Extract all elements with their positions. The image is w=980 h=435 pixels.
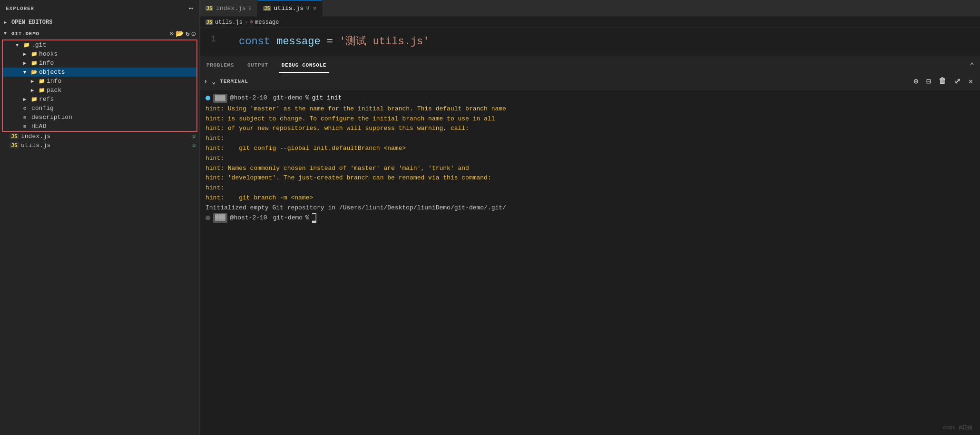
hint-line-1: hint: Using 'master' as the name for the… [206,104,974,114]
tree-item-info[interactable]: ▶ 📁 info [3,59,196,68]
tree-item-utils-js[interactable]: JS utils.js U [0,141,199,150]
terminal-ctrl-icon-split[interactable]: ⊟ [923,76,934,87]
new-folder-icon[interactable]: 📂 [176,30,184,38]
tab-output[interactable]: OUTPUT [245,59,271,73]
hint-line-10: hint: git branch -m <name> [206,193,974,203]
tree-item-hooks[interactable]: ▶ 📁 hooks [3,49,196,59]
breadcrumb: JS utils.js › ⊙ message [200,17,980,28]
desc-icon-head: ≡ [20,124,29,129]
file-tree: ▼ 📁 .git ▶ 📁 hooks ▶ 📁 info ▼ 📂 objects [0,40,199,435]
tree-label-utils-js: utils.js [21,142,192,149]
collapse-icon[interactable]: ◶ [192,30,196,38]
prompt-dot-1 [206,96,210,100]
editor-area: JS index.js U JS utils.js U ✕ JS utils.j… [200,0,980,435]
hint-line-3: hint: of your new repositories, which wi… [206,124,974,134]
terminal-area: › ⌄ TERMINAL ⊕ ⊟ 🗑 ⤢ ✕ ▓▓▓ @host-2-10 gi… [200,74,980,435]
prompt-host-1: @host-2-10 [230,93,267,103]
terminal-expand-icon: ⌄ [212,78,216,86]
initialized-line: Initialized empty Git repository in /Use… [206,203,974,213]
tree-badge-index-js: U [192,134,196,139]
tab-close-utils-js[interactable]: ✕ [313,5,316,12]
tab-problems[interactable]: PROBLEMS [204,59,237,73]
prompt-host-2: @host-2-10 [230,213,267,223]
git-demo-label: GIT-DEMO [11,31,39,37]
code-area: 1 const message = '测试 utils.js' [200,28,980,57]
tree-badge-utils-js: U [192,143,196,148]
folder-chevron-refs: ▶ [20,96,29,102]
hint-line-4: hint: [206,134,974,144]
breadcrumb-js-icon: JS [206,20,213,25]
git-demo-chevron: ▼ [4,31,11,36]
terminal-ctrl-icon-close[interactable]: ✕ [966,76,976,87]
breadcrumb-sep: › [245,19,248,26]
open-editors-chevron: ▶ [4,20,11,25]
hint-line-6: hint: [206,154,974,164]
hint-line-2: hint: is subject to change. To configure… [206,114,974,124]
open-editors-section[interactable]: ▶ OPEN EDITORS [0,17,199,28]
terminal-prompt-line-2: ▓▓▓ @host-2-10 git-demo % █ [206,213,974,223]
tab-debug-console[interactable]: DEBUG CONSOLE [279,59,329,73]
folder-chevron-objects-pack: ▶ [28,87,37,93]
code-line-1: const message = '测试 utils.js' [224,32,429,53]
git-folder-box: ▼ 📁 .git ▶ 📁 hooks ▶ 📁 info ▼ 📂 objects [2,40,197,132]
tree-item-config[interactable]: ⚙ config [3,104,196,113]
cursor-block: █ [312,213,316,223]
folder-icon-objects-pack: 📁 [37,87,47,93]
tab-label-utils-js: utils.js [274,5,304,12]
panel-expand-icon[interactable]: ⌃ [968,60,976,71]
tab-badge-utils-js: U [306,6,309,11]
breadcrumb-symbol: message [255,19,279,26]
tree-label-objects-info: info [47,78,196,85]
tree-label-index-js: index.js [21,133,192,140]
prompt-percent-2: % [305,213,309,223]
refresh-icon[interactable]: ↻ [186,30,189,38]
tab-badge-index-js: U [248,6,251,11]
tree-item-description[interactable]: ≡ description [3,113,196,122]
folder-icon-objects-info: 📁 [37,78,47,84]
tree-item-objects[interactable]: ▼ 📂 objects [3,68,196,77]
tree-item-head[interactable]: ≡ HEAD [3,122,196,131]
tree-item-refs[interactable]: ▶ 📁 refs [3,95,196,104]
sidebar: EXPLORER ⋯ ▶ OPEN EDITORS ▼ GIT-DEMO ⎋ 📂… [0,0,200,435]
tab-label-index-js: index.js [216,5,245,12]
sidebar-header: EXPLORER ⋯ [0,0,199,17]
hint-line-7: hint: Names commonly chosen instead of '… [206,164,974,174]
prompt-percent-1: % [305,93,309,103]
code-const: const [239,36,270,48]
terminal-ctrl-icon-maximize[interactable]: ⤢ [951,76,964,87]
prompt-dir-2: git-demo [273,213,303,223]
js-tab-icon-index: JS [206,6,213,11]
terminal-prompt-line-1: ▓▓▓ @host-2-10 git-demo % git init [206,93,974,103]
folder-chevron-git: ▼ [12,42,22,48]
code-string: '测试 utils.js' [339,36,429,48]
tree-label-info: info [39,59,196,67]
panel-tabs: PROBLEMS OUTPUT DEBUG CONSOLE ⌃ [200,57,980,74]
new-file-icon[interactable]: ⎋ [170,30,174,38]
terminal-ctrl-icon-plus[interactable]: ⊕ [911,76,921,87]
hint-line-9: hint: [206,183,974,193]
tree-label-hooks: hooks [39,50,196,58]
breadcrumb-symbol-icon: ⊙ [250,19,253,26]
tab-index-js[interactable]: JS index.js U [200,0,257,17]
tab-utils-js[interactable]: JS utils.js U ✕ [257,0,323,17]
open-editors-label: OPEN EDITORS [11,19,52,26]
terminal-ctrl-icon-trash[interactable]: 🗑 [936,76,950,87]
terminal-content: ▓▓▓ @host-2-10 git-demo % git init hint:… [200,89,980,227]
js-tab-icon-utils: JS [263,6,271,11]
tree-item-index-js[interactable]: JS index.js U [0,132,199,141]
folder-chevron-objects-info: ▶ [28,78,37,84]
watermark: CSDN @花钱 [943,424,972,431]
terminal-header: › ⌄ TERMINAL ⊕ ⊟ 🗑 ⤢ ✕ [200,74,980,89]
tree-item-objects-pack[interactable]: ▶ 📁 pack [3,86,196,95]
tree-label-git: .git [31,41,196,49]
breadcrumb-file: utils.js [215,19,243,26]
git-demo-section[interactable]: ▼ GIT-DEMO ⎋ 📂 ↻ ◶ [0,28,199,40]
code-varname: message [276,36,320,48]
folder-icon-hooks: 📁 [29,51,39,57]
tree-item-git[interactable]: ▼ 📁 .git [3,40,196,49]
more-icon[interactable]: ⋯ [188,4,194,13]
tree-item-objects-info[interactable]: ▶ 📁 info [3,77,196,86]
terminal-output: hint: Using 'master' as the name for the… [206,104,974,213]
explorer-title: EXPLORER [6,6,34,11]
folder-chevron-objects: ▼ [20,69,29,75]
